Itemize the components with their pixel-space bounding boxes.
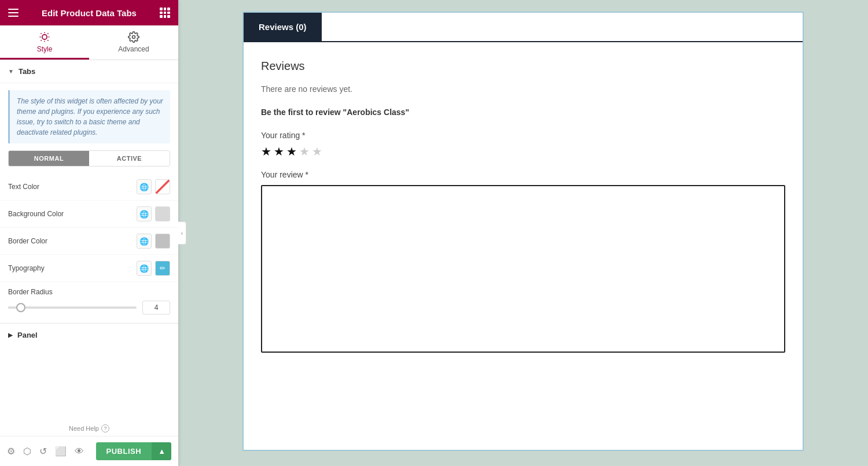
text-color-global-btn[interactable]: 🌐 [137,179,152,194]
no-reviews-text: There are no reviews yet. [261,84,785,94]
border-color-swatch[interactable] [155,234,170,249]
panel-section-label: Panel [17,331,38,339]
bg-color-global-btn[interactable]: 🌐 [137,206,152,221]
normal-active-toggle: NORMAL ACTIVE [8,150,170,167]
help-icon: ? [101,424,109,432]
border-color-row: Border Color 🌐 [0,228,178,255]
svg-point-9 [133,36,135,39]
panel-arrow: ▶ [8,332,13,338]
text-color-swatch[interactable] [155,179,170,194]
history-icon[interactable]: ↺ [39,446,47,457]
star-2[interactable]: ★ [274,145,284,158]
your-review-label: Your review * [261,170,785,179]
layers-icon[interactable]: ⬡ [23,446,31,457]
typography-controls: 🌐 ✏ [137,261,170,276]
your-rating-label: Your rating * [261,131,785,140]
star-3[interactable]: ★ [286,145,297,158]
border-radius-input[interactable] [142,301,170,315]
panel-header: Edit Product Data Tabs [0,0,178,25]
settings-icon[interactable]: ⚙ [7,446,15,457]
typography-label: Typography [8,264,45,272]
text-color-controls: 🌐 [137,179,170,194]
publish-group: PUBLISH ▲ [96,442,171,460]
be-first-text: Be the first to review "Aerobics Class" [261,108,785,117]
page-canvas: Reviews (0) Reviews There are no reviews… [242,12,804,451]
typography-global-btn[interactable]: 🌐 [137,261,152,276]
reviews-tab[interactable]: Reviews (0) [244,13,322,41]
slider-thumb[interactable] [16,303,25,312]
background-color-label: Background Color [8,210,64,218]
typography-row: Typography 🌐 ✏ [0,255,178,282]
tab-style[interactable]: Style [0,25,89,60]
border-color-controls: 🌐 [137,234,170,249]
bottom-icons: ⚙ ⬡ ↺ ⬜ 👁 [7,446,84,457]
background-color-swatch[interactable] [155,206,170,221]
border-color-global-btn[interactable]: 🌐 [137,234,152,249]
preview-icon[interactable]: 👁 [75,446,84,457]
star-4[interactable]: ★ [299,145,310,158]
svg-line-5 [41,34,42,34]
info-box: The style of this widget is often affect… [8,90,170,143]
border-color-label: Border Color [8,237,47,245]
reviews-title: Reviews [261,60,785,73]
hamburger-icon[interactable] [8,9,19,17]
border-radius-track[interactable] [8,306,137,309]
grid-icon[interactable] [160,8,170,18]
panel-content: ▼ Tabs The style of this widget is often… [0,60,178,466]
tabs-bar: Reviews (0) [244,13,803,42]
collapse-handle[interactable]: ‹ [178,221,186,245]
toggle-active[interactable]: ACTIVE [89,151,170,166]
tabs-section-label: Tabs [19,67,35,76]
typography-edit-btn[interactable]: ✏ [155,261,170,276]
star-5[interactable]: ★ [312,145,322,158]
review-content: Reviews There are no reviews yet. Be the… [244,42,803,372]
border-radius-label: Border Radius [8,288,170,296]
background-color-row: Background Color 🌐 [0,201,178,228]
need-help[interactable]: Need Help ? [0,422,178,436]
text-color-row: Text Color 🌐 [0,173,178,201]
border-radius-slider-row [8,301,170,315]
svg-line-7 [41,40,42,40]
responsive-icon[interactable]: ⬜ [55,446,67,457]
border-radius-row: Border Radius [0,282,178,323]
right-content: Reviews (0) Reviews There are no reviews… [178,0,868,466]
left-panel: Edit Product Data Tabs Style [0,0,178,466]
publish-button[interactable]: PUBLISH [96,442,152,460]
publish-dropdown-button[interactable]: ▲ [152,442,171,460]
svg-point-0 [42,35,47,39]
text-color-label: Text Color [8,183,39,191]
background-color-controls: 🌐 [137,206,170,221]
panel-tabs: Style Advanced [0,25,178,60]
star-1[interactable]: ★ [261,145,271,158]
svg-line-8 [47,34,48,34]
panel-section[interactable]: ▶ Panel [0,323,178,346]
panel-title: Edit Product Data Tabs [42,8,137,18]
collapse-arrow: ▼ [8,68,14,75]
star-rating[interactable]: ★ ★ ★ ★ ★ [261,145,785,158]
toggle-normal[interactable]: NORMAL [9,151,89,166]
svg-line-6 [47,40,48,40]
tab-advanced[interactable]: Advanced [89,25,178,60]
review-textarea[interactable] [261,185,785,353]
panel-bottom: ⚙ ⬡ ↺ ⬜ 👁 PUBLISH ▲ [0,436,178,466]
tabs-section-header[interactable]: ▼ Tabs [0,60,178,83]
